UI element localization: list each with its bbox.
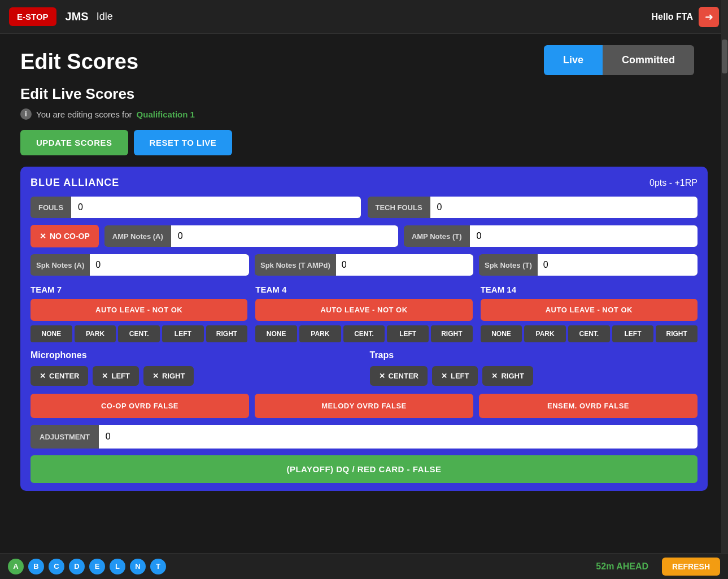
- team-14-col: TEAM 14 AUTO LEAVE - NOT OK NONE PARK CE…: [481, 285, 698, 342]
- mic-left-button[interactable]: ✕ LEFT: [93, 366, 139, 386]
- badge-e[interactable]: E: [89, 559, 105, 574]
- team-7-label: TEAM 7: [30, 285, 247, 294]
- trap-right-button[interactable]: ✕ RIGHT: [482, 366, 533, 386]
- playoff-dq-button[interactable]: (PLAYOFF) DQ / RED CARD - FALSE: [30, 455, 698, 483]
- qual-link[interactable]: Qualification 1: [137, 110, 195, 119]
- adjustment-input[interactable]: [99, 425, 698, 449]
- badge-l[interactable]: L: [110, 559, 125, 574]
- mic-left-x-icon: ✕: [102, 372, 108, 380]
- badge-t[interactable]: T: [150, 559, 166, 574]
- amp-tele-label: AMP Notes (T): [404, 227, 470, 246]
- override-row: CO-OP OVRD FALSE MELODY OVRD FALSE ENSEM…: [30, 394, 698, 418]
- tech-fouls-group: TECH FOULS: [368, 197, 698, 218]
- trap-right-label: RIGHT: [501, 372, 524, 380]
- scrollbar[interactable]: [721, 0, 728, 579]
- amp-tele-group: AMP Notes (T): [404, 225, 698, 247]
- badge-a[interactable]: A: [8, 559, 24, 574]
- logout-button[interactable]: ➜: [699, 7, 719, 27]
- badge-b[interactable]: B: [28, 559, 44, 574]
- refresh-button[interactable]: REFRESH: [662, 558, 720, 576]
- main-content: Edit Scores Edit Live Scores i You are e…: [0, 34, 728, 509]
- spk-tele-ampd-label: Spk Notes (T AMPd): [255, 255, 336, 275]
- team-4-cent[interactable]: CENT.: [343, 325, 385, 342]
- team-7-auto-leave[interactable]: AUTO LEAVE - NOT OK: [30, 299, 247, 321]
- team-4-end-pos: NONE PARK CENT. LEFT RIGHT: [255, 325, 472, 342]
- spk-tele-group: Spk Notes (T): [479, 254, 698, 276]
- spk-auto-group: Spk Notes (A): [30, 254, 249, 276]
- amp-auto-input[interactable]: [171, 225, 398, 247]
- section-title: Edit Live Scores: [20, 85, 708, 103]
- spk-tele-label: Spk Notes (T): [479, 255, 538, 275]
- info-row: i You are editing scores for Qualificati…: [20, 108, 708, 120]
- badge-d[interactable]: D: [69, 559, 85, 574]
- team-4-park[interactable]: PARK: [299, 325, 341, 342]
- team-4-col: TEAM 4 AUTO LEAVE - NOT OK NONE PARK CEN…: [255, 285, 472, 342]
- ensemble-override-button[interactable]: ENSEM. OVRD FALSE: [479, 394, 698, 418]
- trap-left-label: LEFT: [451, 372, 469, 380]
- team-4-auto-leave[interactable]: AUTO LEAVE - NOT OK: [255, 299, 472, 321]
- coop-button[interactable]: ✕ NO CO-OP: [30, 225, 99, 247]
- coop-label: NO CO-OP: [50, 232, 90, 241]
- team-14-cent[interactable]: CENT.: [568, 325, 610, 342]
- reset-to-live-button[interactable]: RESET TO LIVE: [134, 130, 233, 155]
- team-7-none[interactable]: NONE: [30, 325, 72, 342]
- top-navigation: E-STOP JMS Idle Hello FTA ➜: [0, 0, 728, 34]
- mic-left-label: LEFT: [111, 372, 130, 380]
- ahead-text: 52m AHEAD: [596, 561, 648, 572]
- mic-right-label: RIGHT: [162, 372, 185, 380]
- spk-row: Spk Notes (A) Spk Notes (T AMPd) Spk Not…: [30, 254, 698, 276]
- alliance-score: 0pts - +1RP: [649, 178, 698, 188]
- adjustment-row: ADJUSTMENT: [30, 425, 698, 449]
- teams-row: TEAM 7 AUTO LEAVE - NOT OK NONE PARK CEN…: [30, 285, 698, 342]
- traps-label: Traps: [370, 350, 698, 360]
- trap-buttons: ✕ CENTER ✕ LEFT ✕ RIGHT: [370, 366, 698, 386]
- team-7-col: TEAM 7 AUTO LEAVE - NOT OK NONE PARK CEN…: [30, 285, 247, 342]
- coop-override-button[interactable]: CO-OP OVRD FALSE: [30, 394, 249, 418]
- team-4-label: TEAM 4: [255, 285, 472, 294]
- fouls-label: FOULS: [30, 198, 71, 217]
- team-14-auto-leave[interactable]: AUTO LEAVE - NOT OK: [481, 299, 698, 321]
- badge-n[interactable]: N: [130, 559, 146, 574]
- amp-auto-label: AMP Notes (A): [104, 227, 171, 246]
- trap-left-x-icon: ✕: [441, 372, 447, 380]
- team-14-right[interactable]: RIGHT: [656, 325, 698, 342]
- team-14-none[interactable]: NONE: [481, 325, 522, 342]
- team-14-label: TEAM 14: [481, 285, 698, 294]
- tab-committed[interactable]: Committed: [603, 45, 694, 75]
- team-4-none[interactable]: NONE: [255, 325, 297, 342]
- amp-tele-input[interactable]: [470, 225, 698, 247]
- tab-live[interactable]: Live: [544, 45, 603, 75]
- team-14-left[interactable]: LEFT: [612, 325, 654, 342]
- mic-right-x-icon: ✕: [152, 372, 159, 380]
- team-4-left[interactable]: LEFT: [387, 325, 429, 342]
- mic-center-button[interactable]: ✕ CENTER: [30, 366, 88, 386]
- team-4-right[interactable]: RIGHT: [431, 325, 473, 342]
- trap-left-button[interactable]: ✕ LEFT: [432, 366, 478, 386]
- melody-override-button[interactable]: MELODY OVRD FALSE: [255, 394, 473, 418]
- bottom-bar: A B C D E L N T 52m AHEAD REFRESH: [0, 553, 728, 579]
- team-7-park[interactable]: PARK: [75, 325, 116, 342]
- badge-c[interactable]: C: [49, 559, 64, 574]
- fouls-input[interactable]: [71, 197, 360, 218]
- update-scores-button[interactable]: UPDATE SCORES: [20, 130, 128, 155]
- team-7-cent[interactable]: CENT.: [118, 325, 160, 342]
- blue-alliance-box: BLUE ALLIANCE 0pts - +1RP FOULS TECH FOU…: [20, 167, 708, 491]
- estop-button[interactable]: E-STOP: [9, 7, 56, 26]
- tech-fouls-input[interactable]: [430, 197, 698, 218]
- nav-right: Hello FTA ➜: [652, 7, 720, 27]
- mic-center-x-icon: ✕: [40, 372, 46, 380]
- alliance-header: BLUE ALLIANCE 0pts - +1RP: [30, 177, 698, 189]
- team-7-right[interactable]: RIGHT: [206, 325, 248, 342]
- spk-auto-input[interactable]: [90, 254, 249, 276]
- team-7-left[interactable]: LEFT: [162, 325, 204, 342]
- microphones-section: Microphones ✕ CENTER ✕ LEFT ✕ RIGHT: [30, 350, 359, 386]
- app-name: JMS: [66, 10, 89, 23]
- traps-section: Traps ✕ CENTER ✕ LEFT ✕ RIGHT: [370, 350, 698, 386]
- coop-x-icon: ✕: [40, 232, 46, 241]
- spk-tele-ampd-input[interactable]: [336, 254, 473, 276]
- trap-center-button[interactable]: ✕ CENTER: [370, 366, 428, 386]
- scroll-thumb: [722, 40, 727, 73]
- team-14-park[interactable]: PARK: [524, 325, 566, 342]
- mic-right-button[interactable]: ✕ RIGHT: [143, 366, 194, 386]
- spk-tele-input[interactable]: [538, 254, 698, 276]
